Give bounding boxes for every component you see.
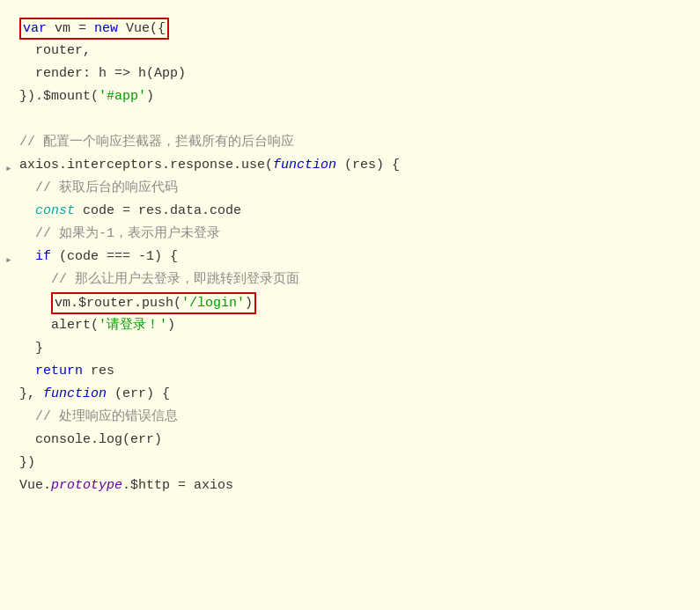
line-6-content: // 配置一个响应拦截器，拦截所有的后台响应 — [19, 132, 294, 154]
code-line-12: // 那么让用户去登录，即跳转到登录页面 — [0, 269, 700, 292]
code-line-4: }).$mount('#app') — [0, 86, 700, 109]
line-7-content: axios.interceptors.response.use(function… — [19, 155, 400, 177]
line-10-content: // 如果为-1，表示用户未登录 — [19, 224, 220, 246]
code-line-6: // 配置一个响应拦截器，拦截所有的后台响应 — [0, 132, 700, 155]
code-line-8: // 获取后台的响应代码 — [0, 178, 700, 201]
line-4-content: }).$mount('#app') — [19, 86, 154, 108]
line-13-content: vm.$router.push('/login') — [19, 292, 256, 315]
code-line-7: ▸ axios.interceptors.response.use(functi… — [0, 155, 700, 178]
gutter-dot-11: ▸ — [5, 251, 14, 269]
line-19-content: console.log(err) — [19, 430, 162, 452]
code-editor: var vm = new Vue({ router, render: h => … — [0, 9, 700, 507]
code-blank-line — [0, 109, 700, 132]
line-15-content: } — [19, 338, 43, 360]
line-11-content: if (code === -1) { — [19, 246, 178, 268]
code-line-3: render: h => h(App) — [0, 63, 700, 86]
line-14-content: alert('请登录！') — [19, 315, 175, 337]
code-line-2: router, — [0, 40, 700, 63]
code-text: vm = — [47, 21, 94, 36]
code-line-21: Vue.prototype.$http = axios — [0, 475, 700, 498]
gutter-dot-7: ▸ — [5, 159, 14, 178]
code-line-14: alert('请登录！') — [0, 315, 700, 338]
code-line-13: vm.$router.push('/login') — [0, 292, 700, 315]
line-21-content: Vue.prototype.$http = axios — [19, 475, 233, 497]
line-2-content: router, — [19, 40, 91, 62]
line-16-content: return res — [19, 361, 114, 383]
code-line-16: return res — [0, 361, 700, 384]
line-3-content: render: h => h(App) — [19, 63, 186, 85]
line-18-content: // 处理响应的错误信息 — [19, 407, 178, 429]
code-line-9: const code = res.data.code — [0, 201, 700, 224]
line-1-content: var vm = new Vue({ — [19, 18, 169, 40]
line-9-content: const code = res.data.code — [19, 201, 241, 223]
kw-var: var — [23, 21, 47, 36]
code-line-15: } — [0, 338, 700, 361]
code-line-20: }) — [0, 452, 700, 475]
kw-new: new — [94, 21, 118, 36]
code-line-11: ▸ if (code === -1) { — [0, 246, 700, 269]
code-text: Vue({ — [118, 21, 166, 36]
code-line-17: }, function (err) { — [0, 384, 700, 407]
line-20-content: }) — [19, 452, 35, 474]
line-17-content: }, function (err) { — [19, 384, 170, 406]
line-8-content: // 获取后台的响应代码 — [19, 178, 178, 200]
code-line-19: console.log(err) — [0, 430, 700, 452]
code-line-18: // 处理响应的错误信息 — [0, 407, 700, 430]
code-line-10: // 如果为-1，表示用户未登录 — [0, 224, 700, 246]
code-line-1: var vm = new Vue({ — [0, 18, 700, 40]
line-12-content: // 那么让用户去登录，即跳转到登录页面 — [19, 269, 299, 291]
